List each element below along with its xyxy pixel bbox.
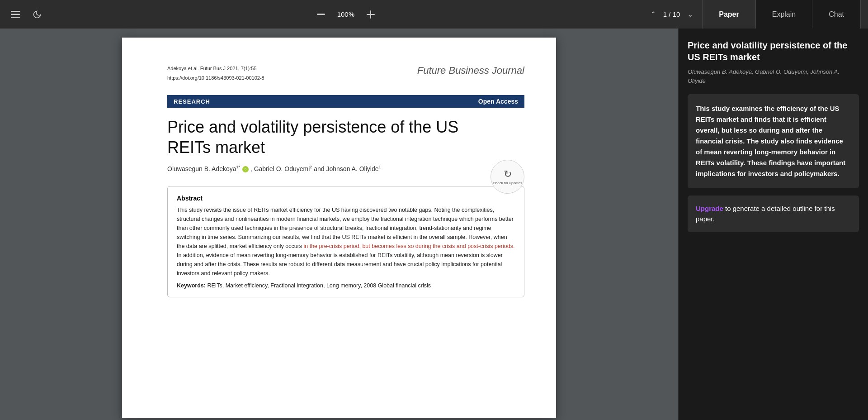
author3-name: Johnson A. Oliyide <box>326 165 379 172</box>
page-navigation: ⌃ 1 / 10 ⌄ <box>646 8 697 20</box>
author3-superscript: 1 <box>378 165 381 169</box>
orcid-icon: ○ <box>242 166 249 172</box>
right-sidebar: Price and volatility persistence of the … <box>678 29 868 420</box>
tab-paper[interactable]: Paper <box>702 0 755 29</box>
check-for-updates-badge: ↻ Check for updates <box>491 160 524 194</box>
refresh-icon: ↻ <box>504 168 512 180</box>
svg-rect-1 <box>11 14 20 15</box>
next-page-button[interactable]: ⌄ <box>684 8 697 20</box>
sidebar-authors: Oluwasegun B. Adekoya, Gabriel O. Oduyem… <box>688 67 859 85</box>
abstract-text-red: in the pre-crisis period, but becomes le… <box>303 243 514 249</box>
open-access-label: Open Access <box>478 98 518 105</box>
page-indicator: 1 / 10 <box>663 10 680 18</box>
summary-text: This study examines the efficiency of th… <box>696 103 851 179</box>
zoom-out-button[interactable] <box>313 6 329 23</box>
svg-rect-3 <box>317 14 325 15</box>
upgrade-box: Upgrade to generate a detailed outline f… <box>688 196 859 232</box>
abstract-text-part2: In addition, evidence of mean reverting … <box>177 252 503 277</box>
keywords-line: Keywords: REITs, Market efficiency, Frac… <box>177 282 515 289</box>
svg-rect-5 <box>367 14 375 15</box>
research-header: RESEARCH Open Access <box>167 95 524 108</box>
upgrade-link[interactable]: Upgrade <box>696 205 723 212</box>
sidebar-title: Price and volatility persistence of the … <box>688 39 859 63</box>
keywords-values: REITs, Market efficiency, Fractional int… <box>207 282 431 289</box>
tab-bar: Paper Explain Chat <box>702 0 861 29</box>
pdf-page: Adekoya et al. Futur Bus J 2021, 7(1):55… <box>122 38 556 418</box>
journal-name: Future Business Journal <box>417 65 524 76</box>
summary-box: This study examines the efficiency of th… <box>688 94 859 188</box>
author1-name: Oluwasegun B. Adekoya <box>167 165 236 172</box>
check-updates-label: Check for updates <box>493 181 522 186</box>
author1-superscript: 1* <box>236 165 241 169</box>
toolbar-center: 100% <box>51 6 641 23</box>
zoom-level: 100% <box>335 10 357 18</box>
abstract-body: This study revisits the issue of REITs m… <box>177 205 515 278</box>
tab-explain[interactable]: Explain <box>756 0 812 29</box>
keywords-label: Keywords: <box>177 282 206 289</box>
tab-chat[interactable]: Chat <box>812 0 861 29</box>
upgrade-text: Upgrade to generate a detailed outline f… <box>696 204 851 224</box>
toolbar: 100% ⌃ 1 / 10 ⌄ Paper Explain Chat <box>0 0 868 29</box>
author2-superscript: 2 <box>310 165 312 169</box>
paper-authors: Oluwasegun B. Adekoya1* ○ , Gabriel O. O… <box>167 165 524 172</box>
abstract-heading: Abstract <box>177 195 515 202</box>
menu-button[interactable] <box>7 6 24 23</box>
research-label: RESEARCH <box>174 98 210 105</box>
author2-name: Gabriel O. Oduyemi <box>254 165 310 172</box>
main-content: Adekoya et al. Futur Bus J 2021, 7(1):55… <box>0 29 868 420</box>
author-and: and <box>314 165 326 172</box>
svg-rect-2 <box>11 17 20 18</box>
theme-toggle-button[interactable] <box>29 6 45 23</box>
svg-rect-0 <box>11 11 20 12</box>
paper-title: Price and volatility persistence of the … <box>167 117 524 158</box>
zoom-in-button[interactable] <box>363 6 379 23</box>
prev-page-button[interactable]: ⌃ <box>646 8 660 20</box>
abstract-box: Abstract This study revisits the issue o… <box>167 186 524 297</box>
pdf-viewer[interactable]: Adekoya et al. Futur Bus J 2021, 7(1):55… <box>0 29 678 420</box>
toolbar-left <box>7 6 45 23</box>
